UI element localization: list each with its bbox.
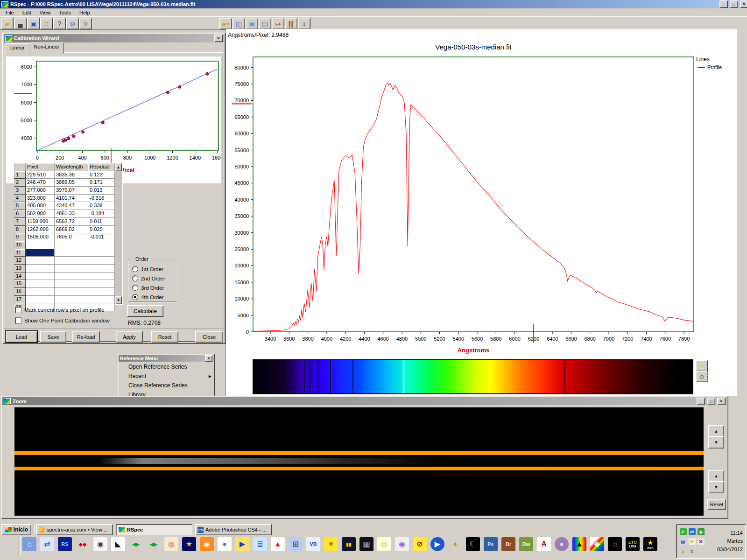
close-button[interactable]: × bbox=[740, 0, 747, 8]
keyboard-icon[interactable]: ▦ bbox=[359, 537, 374, 551]
tray-volume-icon[interactable]: ♪ bbox=[680, 548, 687, 555]
spectrum-chart[interactable]: 0500010000150002000025000300003500040000… bbox=[227, 41, 737, 368]
keys-icon[interactable]: ♦ bbox=[448, 537, 462, 551]
table-row[interactable]: 2248.4703889.050.171 bbox=[14, 179, 115, 187]
radio-icon[interactable] bbox=[132, 275, 138, 281]
tray-globe-icon[interactable]: ◉ bbox=[698, 528, 705, 535]
table-cell[interactable]: 229.510 bbox=[26, 171, 55, 179]
task-photoshop[interactable]: PsAdobe Photoshop CS4 - ... bbox=[195, 524, 272, 535]
radio-4th-order[interactable]: 4th Order bbox=[132, 294, 177, 300]
save-button[interactable]: Save bbox=[40, 331, 66, 343]
grid-icon[interactable]: ∷ bbox=[40, 18, 53, 29]
table-cell[interactable] bbox=[26, 241, 55, 249]
zoom-close-icon[interactable]: × bbox=[717, 398, 726, 405]
task-rspec[interactable]: RSpec bbox=[116, 524, 192, 535]
tray-teamviewer-icon[interactable]: ⇄ bbox=[689, 528, 696, 535]
save-icon[interactable]: ◫ bbox=[233, 18, 245, 29]
spectrum-strip[interactable] bbox=[254, 360, 692, 393]
row-header[interactable]: 11 bbox=[14, 249, 26, 257]
spectrum-profile-icon[interactable]: ▲ bbox=[572, 537, 586, 551]
table-cell[interactable]: 3889.05 bbox=[55, 179, 88, 187]
tab-non-linear[interactable]: Non-Linear bbox=[29, 42, 64, 54]
zoom-minimize-icon[interactable]: _ bbox=[697, 398, 705, 405]
tray-display-icon[interactable]: ▤ bbox=[680, 538, 687, 545]
table-row[interactable]: 4323.0004101.74-0.316 bbox=[14, 195, 115, 203]
reference-menu-item-close-reference-series[interactable]: Close Reference Series bbox=[118, 381, 214, 390]
row-header[interactable]: 12 bbox=[14, 257, 26, 265]
table-cell[interactable] bbox=[88, 265, 115, 273]
table-cell[interactable]: 3835.38 bbox=[55, 171, 88, 179]
etc-lisa-icon[interactable]: ETCLISA bbox=[626, 537, 640, 551]
table-scrollbar[interactable]: ▲ ▼ bbox=[115, 163, 122, 304]
radio-icon[interactable] bbox=[132, 266, 138, 272]
table-cell[interactable]: -0.316 bbox=[88, 195, 115, 203]
table-cell[interactable] bbox=[55, 265, 88, 273]
isis-icon[interactable]: ★ISIS bbox=[643, 537, 657, 551]
row-header[interactable]: 15 bbox=[14, 280, 26, 288]
table-row[interactable]: 15 bbox=[14, 280, 115, 288]
star2000-icon[interactable]: ★ bbox=[182, 537, 196, 551]
table-cell[interactable]: 0.122 bbox=[88, 171, 115, 179]
table-cell[interactable]: 4101.74 bbox=[55, 195, 88, 203]
telescope-icon[interactable]: ◣ bbox=[111, 537, 125, 551]
table-cell[interactable] bbox=[88, 280, 115, 288]
sunflower-icon[interactable]: ☀ bbox=[324, 537, 338, 551]
row-header[interactable]: 16 bbox=[14, 288, 26, 296]
help-icon[interactable]: ? bbox=[53, 18, 66, 29]
zoom-up2-icon[interactable]: ▲ bbox=[708, 470, 724, 482]
reload-button[interactable]: Re-load bbox=[72, 331, 100, 343]
bridge-icon[interactable]: Br bbox=[501, 537, 515, 551]
start-button[interactable]: Inicio bbox=[1, 524, 31, 535]
prism-icon[interactable]: ◆ bbox=[590, 537, 604, 551]
menu-help[interactable]: Help bbox=[76, 9, 94, 16]
reference-menu-close-icon[interactable]: × bbox=[205, 355, 212, 362]
table-cell[interactable] bbox=[26, 257, 55, 265]
zoom-up1-icon[interactable]: ▲ bbox=[708, 425, 724, 437]
dreamweaver-icon[interactable]: Dw bbox=[519, 537, 533, 551]
acrobat-icon[interactable]: A bbox=[537, 537, 551, 551]
row-header[interactable]: 9 bbox=[14, 233, 26, 241]
table-cell[interactable] bbox=[26, 249, 55, 257]
table-row[interactable]: 6582.0004861.33-0.184 bbox=[14, 210, 115, 218]
col-header-residual[interactable]: Residual bbox=[88, 163, 115, 171]
zoom-icon[interactable]: ⊙ bbox=[66, 18, 79, 29]
cd-icon[interactable]: ◉ bbox=[395, 537, 409, 551]
remote-icon[interactable]: ● bbox=[555, 537, 569, 551]
flash-button[interactable]: ⚡ bbox=[696, 360, 708, 371]
table-cell[interactable] bbox=[88, 241, 115, 249]
table-cell[interactable]: 0.171 bbox=[88, 179, 115, 187]
calculator-icon[interactable]: ⊞ bbox=[289, 537, 303, 551]
table-cell[interactable]: 4861.33 bbox=[55, 210, 88, 218]
table-cell[interactable]: 582.000 bbox=[26, 210, 55, 218]
table-cell[interactable] bbox=[55, 273, 88, 280]
row-header[interactable]: 10 bbox=[14, 241, 26, 249]
table-cell[interactable]: 4340.47 bbox=[55, 202, 88, 210]
chrome-icon[interactable]: ● bbox=[218, 537, 232, 551]
checkbox-mark-pixel[interactable]: Mark current row's pixel on profile bbox=[15, 307, 105, 313]
row-header[interactable]: 6 bbox=[14, 210, 26, 218]
table-cell[interactable] bbox=[26, 288, 55, 296]
zoom-image[interactable] bbox=[14, 407, 704, 516]
tray-usb-icon[interactable]: ⇅ bbox=[689, 548, 696, 555]
task-firefox[interactable]: spectro-aras.com • View ... bbox=[36, 524, 113, 535]
table-cell[interactable] bbox=[88, 296, 115, 304]
table-cell[interactable]: 7605.0 bbox=[55, 233, 88, 241]
radio-2nd-order[interactable]: 2nd Order bbox=[132, 275, 177, 281]
phd-guiding-icon[interactable]: ◎ bbox=[164, 537, 178, 551]
table-row[interactable]: 13 bbox=[14, 265, 115, 273]
moon-icon[interactable]: ☾ bbox=[466, 537, 480, 551]
visual-basic-icon[interactable]: VB bbox=[306, 537, 320, 551]
reset-button[interactable]: Reset bbox=[151, 331, 178, 343]
city-icon[interactable]: ▮▮ bbox=[342, 537, 356, 551]
profile-icon[interactable]: ▄ bbox=[14, 18, 27, 29]
scroll-up-icon[interactable]: ▲ bbox=[115, 163, 122, 171]
radio-1st-order[interactable]: 1st Order bbox=[132, 266, 177, 272]
col-header-pixel[interactable]: Pixel bbox=[26, 163, 55, 171]
print-icon[interactable]: ▤ bbox=[259, 18, 271, 29]
apply-button[interactable]: Apply bbox=[116, 331, 143, 343]
settings-icon[interactable]: ※ bbox=[79, 18, 92, 29]
table-cell[interactable]: 277.000 bbox=[26, 187, 55, 195]
row-header[interactable]: 13 bbox=[14, 265, 26, 273]
my-computer-icon[interactable]: ⌂ bbox=[22, 537, 36, 551]
table-cell[interactable]: 1508.000 bbox=[26, 233, 55, 241]
